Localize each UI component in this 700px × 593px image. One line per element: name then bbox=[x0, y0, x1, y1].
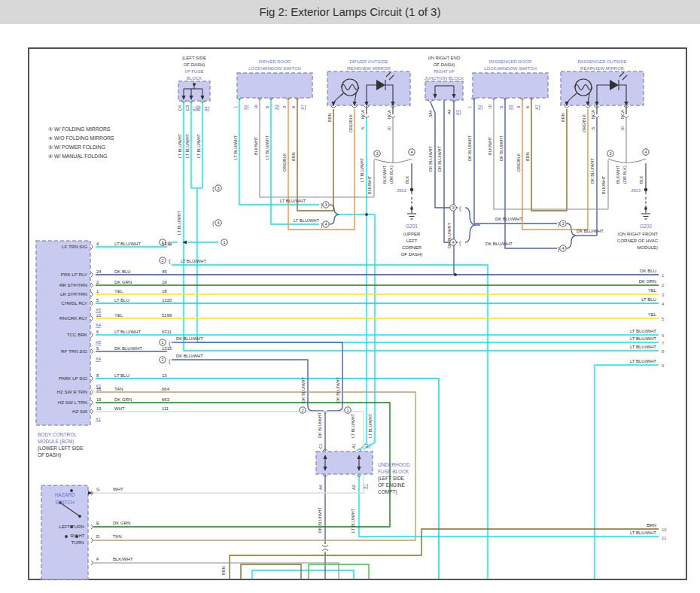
wire-label: LT BLU/WHT bbox=[368, 413, 373, 438]
pin: ORG/BLK bbox=[582, 114, 586, 132]
variant: 3 bbox=[562, 221, 564, 226]
pin: A4 bbox=[447, 109, 452, 114]
driver-outside-rearview-mirror bbox=[327, 71, 410, 105]
wire-label: DK BLU/WHT bbox=[499, 135, 504, 161]
connector: X4 bbox=[96, 357, 102, 361]
wire-label: DK GRN bbox=[114, 280, 132, 284]
wire-label: DK GRN bbox=[114, 397, 132, 402]
pin: 5 bbox=[361, 127, 365, 129]
pin: G bbox=[96, 487, 100, 491]
pin: 15 bbox=[96, 397, 101, 402]
pin: D bbox=[96, 534, 99, 539]
variant: 2 bbox=[301, 408, 303, 412]
connector: X4 bbox=[96, 323, 102, 327]
wire-label: DK BLU/WHT bbox=[176, 336, 203, 341]
pin: A2 bbox=[352, 485, 356, 490]
variant: 4 bbox=[452, 240, 454, 245]
wire-label: LT BLU/WHT bbox=[630, 531, 656, 535]
junction-dot bbox=[454, 273, 457, 276]
wire-label: BLK bbox=[405, 175, 409, 184]
wire-label: YEL bbox=[648, 288, 657, 293]
wire-label: LT BLU/WHT bbox=[630, 329, 656, 333]
bcm-row-label: HZ SW R TRN bbox=[57, 389, 87, 394]
wire-label: LT BLU bbox=[641, 297, 656, 302]
pin: 2 bbox=[96, 280, 99, 284]
pin: 5 bbox=[96, 298, 99, 303]
pin: 6 bbox=[291, 106, 296, 108]
driver-mirror-name-1: DRIVER OUTSIDE bbox=[349, 59, 388, 64]
connector: X3 bbox=[274, 105, 278, 110]
connector: X4 bbox=[365, 443, 370, 449]
wire-label: YEL bbox=[114, 289, 123, 293]
connector: X5 bbox=[96, 308, 101, 312]
wire-label: DK GRN bbox=[639, 279, 656, 284]
circuit: 111 bbox=[162, 406, 169, 411]
driver-switch-name-1: DRIVER DOOR bbox=[259, 59, 291, 64]
circuit: 663 bbox=[162, 397, 170, 402]
splice-j603: J603 bbox=[631, 188, 641, 193]
bcm-row-label: RN/CRK RLY bbox=[59, 315, 87, 321]
junction-dot bbox=[410, 207, 413, 210]
pin: 21 bbox=[96, 313, 101, 318]
figure-title: Fig 2: Exterior Lamps Circuit (1 of 3) bbox=[260, 5, 441, 18]
pin: C1 bbox=[318, 443, 323, 449]
wire-label: DK BLU/WHT bbox=[495, 217, 522, 221]
junction-name-2: JUNCTION BLOCK bbox=[425, 76, 464, 81]
passenger-door-lock-window-switch bbox=[473, 73, 548, 98]
wire-label: LT BLU/WHT bbox=[233, 135, 238, 160]
wire-label: LT BLU/WHT bbox=[351, 508, 355, 533]
wire-label: BLK/WHT bbox=[616, 165, 620, 184]
driver-mirror-name-2: REARVIEW MIRROR bbox=[347, 66, 391, 71]
variant: 2 bbox=[161, 258, 163, 263]
splice-dot bbox=[410, 188, 414, 192]
wire-label: LT BLU/WHT bbox=[294, 218, 319, 223]
wire-label: BLK/WHT bbox=[601, 175, 606, 194]
wire-label: DK BLU bbox=[640, 269, 656, 273]
wire-label: LT BLU/WHT bbox=[351, 413, 355, 438]
brace-glyph: ( bbox=[212, 220, 215, 227]
wire-label: DK BLU/WHT bbox=[318, 412, 322, 438]
pin: BRN bbox=[327, 113, 332, 122]
bcm-note-1: (LOWER LEFT SIDE bbox=[38, 446, 84, 452]
wire-label: DK BLU/WHT bbox=[336, 376, 340, 403]
pin: 3 bbox=[282, 106, 287, 108]
wire-label: DK BLU/WHT bbox=[318, 506, 322, 533]
variant: 1 bbox=[223, 240, 225, 245]
passenger-switch-name-1: PASSENGER DOOR bbox=[489, 59, 532, 64]
wire-label: BLK/WHT bbox=[488, 136, 492, 155]
connector: X7 bbox=[300, 105, 305, 110]
wire-label: YEL bbox=[648, 312, 657, 317]
ip-fuse-note-2: OF DASH) bbox=[184, 62, 205, 67]
wire-label: WHT bbox=[114, 406, 125, 411]
pin: 10 bbox=[620, 126, 625, 131]
wire-label: LT BLU/WHT bbox=[177, 210, 181, 235]
circuit: 1314 bbox=[162, 242, 172, 246]
brace-glyph: ( bbox=[212, 185, 215, 192]
wiring-diagram-page: Fig 2: Exterior Lamps Circuit (1 of 3) (… bbox=[0, 0, 700, 593]
ground-note: LEFT bbox=[406, 239, 418, 243]
connector: X4 bbox=[204, 106, 208, 111]
passenger-outside-rearview-mirror bbox=[561, 71, 644, 105]
pin: 10 bbox=[254, 105, 258, 109]
pin: 5 bbox=[499, 106, 504, 108]
legend-3: ③ W/ POWER FOLDING bbox=[48, 144, 105, 150]
connector: X1 bbox=[96, 417, 101, 421]
wire-label: LT BLU/WHT bbox=[630, 345, 656, 349]
passenger-mirror-name-1: PASSENGER OUTSIDE bbox=[577, 59, 626, 64]
wire-label: DK BLU bbox=[114, 269, 131, 274]
wire-label: DK BLU/WHT bbox=[437, 145, 442, 172]
hazard-name-1: HAZARD bbox=[55, 492, 75, 497]
pin: 24 bbox=[96, 269, 102, 274]
ground-note: (UPPER bbox=[403, 232, 421, 236]
wire-label: LT BLU/WHT bbox=[280, 199, 306, 203]
bcm-row-label: PRK LP RLY bbox=[61, 272, 87, 277]
junction-dot bbox=[193, 83, 196, 86]
hazard-right-turn-1: RIGHT bbox=[70, 533, 84, 538]
circuit: 19 bbox=[162, 280, 167, 284]
variant: 3 bbox=[609, 151, 611, 156]
wire-label: BRN bbox=[647, 523, 656, 528]
circuit: 18 bbox=[162, 289, 167, 293]
ip-fuse-name-2: BLOCK bbox=[187, 76, 202, 81]
variant: 4 bbox=[217, 220, 219, 225]
brace-glyph: ( bbox=[169, 357, 171, 364]
